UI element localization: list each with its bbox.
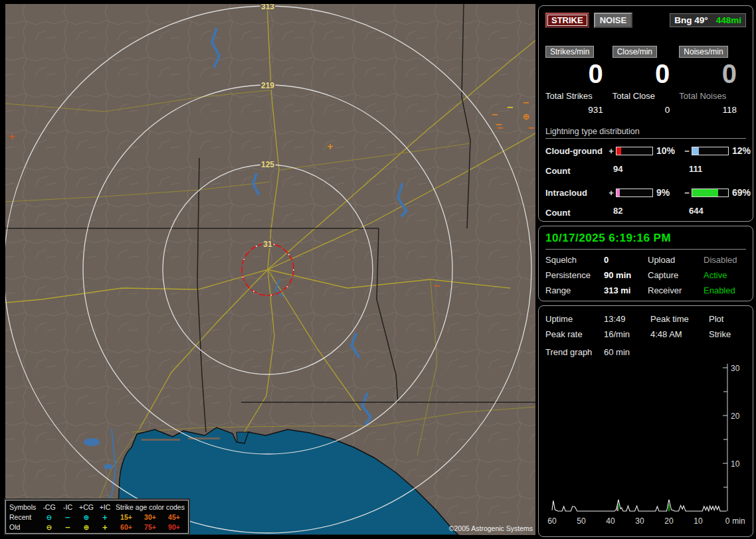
receiver-value: Enabled — [704, 285, 746, 295]
ic-positive-pct: 9% — [653, 187, 682, 198]
noise-toggle-button[interactable]: NOISE — [594, 13, 632, 28]
noises-column: Noises/min 0 Total Noises 118 — [679, 45, 746, 115]
ring-label-219: 219 — [261, 81, 274, 90]
age-30: 30+ — [138, 512, 162, 522]
legend-row-recent: Recent — [8, 512, 40, 522]
cg-negative-count: 111 — [682, 164, 754, 174]
plus-sign: + — [607, 146, 616, 156]
plus-sign: + — [607, 188, 616, 198]
cg-positive-count: 94 — [607, 164, 682, 174]
strikes-column: Strikes/min 0 Total Strikes 931 — [545, 45, 613, 115]
count-label: Count — [545, 208, 607, 214]
legend-age-title: Strike age color codes — [114, 502, 186, 512]
cg-negative-pct: 12% — [729, 145, 754, 156]
close-per-min-button[interactable]: Close/min — [613, 46, 657, 58]
total-strikes-value: 931 — [545, 105, 613, 115]
age-75: 75+ — [138, 522, 162, 532]
legend-row-old: Old — [8, 522, 40, 532]
lightning-map[interactable]: 313 219 125 31 ++−−−−⊕−−− Symbols -CG -I… — [5, 4, 535, 535]
trend-window-value: 60 min — [604, 347, 746, 357]
noises-per-min-button[interactable]: Noises/min — [679, 46, 727, 58]
distribution-table: Cloud-ground + 10% − 12% Count 94 111 In… — [545, 145, 746, 216]
minus-cg-recent-icon: ⊖ — [40, 512, 58, 522]
legend-header-nic: -IC — [58, 502, 77, 512]
total-close-value: 0 — [613, 105, 680, 115]
close-per-min-value: 0 — [613, 59, 680, 88]
ic-positive-count: 82 — [607, 206, 682, 216]
peak-rate-value: 16/min — [604, 329, 650, 339]
trend-y-axis — [723, 364, 727, 511]
y-tick-20: 20 — [731, 412, 740, 421]
plus-cg-recent-icon: ⊕ — [77, 512, 96, 522]
trend-strike-marks — [617, 503, 669, 511]
trend-graph: 30 20 10 60 50 40 30 20 10 0 min — [545, 358, 746, 531]
peak-time-label: Peak time — [650, 314, 709, 324]
map-legend: Symbols -CG -IC +CG +IC Strike age color… — [5, 500, 189, 534]
peak-time-value: 4:48 AM — [650, 329, 709, 339]
x-tick-40: 40 — [606, 516, 615, 526]
squelch-value: 0 — [604, 255, 648, 265]
total-strikes-label: Total Strikes — [545, 91, 613, 101]
minus-ic-recent-icon: − — [58, 512, 77, 522]
age-15: 15+ — [114, 512, 138, 522]
age-90: 90+ — [162, 522, 186, 532]
noises-per-min-value: 0 — [679, 59, 746, 88]
plus-cg-old-icon: ⊕ — [77, 522, 96, 532]
settings-box: 10/17/2025 6:19:16 PM Squelch 0 Upload D… — [538, 226, 753, 301]
distribution-title: Lightning type distribution — [545, 127, 746, 139]
x-tick-50: 50 — [577, 516, 586, 526]
strikes-per-min-button[interactable]: Strikes/min — [545, 46, 594, 58]
copyright-text: ©2005 Astrogenic Systems — [449, 524, 533, 532]
minus-ic-old-icon: − — [58, 522, 77, 532]
x-tick-0: 0 — [725, 516, 730, 526]
total-close-label: Total Close — [613, 91, 680, 101]
uptime-value: 13:49 — [604, 314, 650, 324]
legend-header-ncg: -CG — [40, 502, 58, 512]
plot-value: Strike — [709, 329, 746, 339]
total-noises-label: Total Noises — [679, 91, 746, 101]
range-label: Range — [545, 285, 604, 295]
ring-label-313: 313 — [261, 4, 274, 11]
strikes-per-min-value: 0 — [545, 59, 613, 88]
ring-label-125: 125 — [261, 160, 274, 169]
close-column: Close/min 0 Total Close 0 — [613, 45, 680, 115]
strike-toggle-button[interactable]: STRIKE — [545, 13, 589, 28]
persistence-value: 90 min — [604, 270, 648, 280]
range-value: 313 mi — [604, 285, 648, 295]
x-unit-label: min — [732, 516, 745, 526]
x-tick-10: 10 — [694, 516, 703, 526]
legend-header-pic: +IC — [96, 502, 114, 512]
intracloud-label: Intracloud — [545, 188, 607, 198]
x-tick-60: 60 — [547, 516, 557, 526]
minus-sign: − — [682, 188, 692, 198]
ic-negative-count: 644 — [682, 206, 754, 216]
upload-label: Upload — [648, 255, 704, 265]
minus-cg-old-icon: ⊖ — [40, 522, 58, 532]
x-tick-20: 20 — [664, 516, 674, 526]
ic-negative-bar — [692, 189, 729, 197]
map-canvas: 313 219 125 31 — [5, 4, 535, 535]
counters-box: STRIKE NOISE Bng 49° 448mi Strikes/min 0… — [538, 5, 753, 222]
age-45: 45+ — [162, 512, 186, 522]
plot-label: Plot — [709, 314, 746, 324]
barrier-island — [142, 439, 180, 441]
receiver-label: Receiver — [648, 285, 704, 295]
trend-graph-label: Trend graph — [545, 347, 604, 357]
cg-positive-bar — [616, 147, 653, 155]
bearing-range: 448mi — [716, 15, 741, 25]
y-tick-10: 10 — [731, 459, 740, 469]
age-60: 60+ — [114, 522, 138, 532]
peak-rate-label: Peak rate — [545, 329, 604, 339]
status-panel: STRIKE NOISE Bng 49° 448mi Strikes/min 0… — [538, 5, 753, 539]
ic-positive-bar — [616, 189, 653, 197]
capture-label: Capture — [648, 270, 704, 280]
bearing-readout: Bng 49° 448mi — [670, 13, 746, 27]
plus-ic-recent-icon: + — [96, 512, 114, 522]
cg-positive-pct: 10% — [653, 145, 682, 156]
squelch-label: Squelch — [545, 255, 604, 265]
x-tick-30: 30 — [635, 516, 644, 526]
ic-negative-pct: 69% — [729, 187, 754, 198]
datetime-display: 10/17/2025 6:19:16 PM — [545, 232, 746, 250]
count-label: Count — [545, 166, 607, 173]
plus-ic-old-icon: + — [96, 522, 114, 532]
